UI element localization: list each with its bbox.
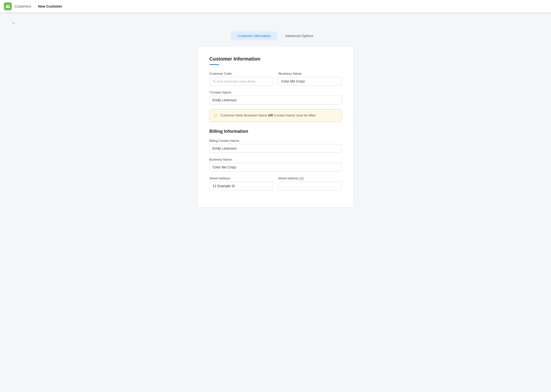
street-address-label: Street Address: [209,176,273,180]
customer-code-label: Customer Code: [209,72,273,75]
business-name-input[interactable] [278,77,342,86]
breadcrumb-separator: › [34,4,35,8]
alert-box: ⓘ Customer fields Business Name OR Conta… [209,109,342,122]
tab-row: Customer Information Advanced Options [10,31,541,40]
street-address2-group: Street Address (2): [278,176,342,190]
billing-contact-name-label: Billing Contact Name: [209,139,342,143]
contact-name-row: *Contact Name: [209,91,342,104]
billing-contact-name-group: Billing Contact Name: [209,139,342,153]
business-name-group: *Business Name: [278,72,342,86]
customer-code-business-name-row: Customer Code: *Business Name: [209,72,342,86]
business-name-label: *Business Name: [278,72,342,75]
form-card: Customer Information Customer Code: *Bus… [198,46,354,207]
billing-section-title: Billing Information [209,129,342,134]
svg-point-0 [6,5,8,6]
street-address-row: Street Address: Street Address (2): [209,176,342,190]
street-address-group: Street Address: [209,176,273,190]
customer-code-group: Customer Code: [209,72,273,86]
billing-business-name-group: Business Name: [209,158,342,172]
main-content: ← Customer Information Advanced Options … [0,14,551,392]
breadcrumb-customers-link[interactable]: Customers [15,4,31,8]
section-underline [209,64,219,65]
alert-text: Customer fields Business Name OR Contact… [220,113,316,118]
billing-contact-name-row: Billing Contact Name: [209,139,342,153]
billing-business-name-row: Business Name: [209,158,342,172]
customers-icon [6,4,10,9]
customer-code-input[interactable] [209,77,273,86]
svg-point-1 [8,5,10,6]
form-section-title: Customer Information [209,56,342,62]
street-address2-input[interactable] [278,182,342,190]
topbar: Customers › New Customer [0,0,551,13]
app-icon [4,2,12,10]
back-button[interactable]: ← [10,20,18,27]
tab-advanced-options[interactable]: Advanced Options [279,31,320,40]
alert-icon: ⓘ [214,113,218,118]
billing-business-name-label: Business Name: [209,158,342,161]
contact-name-group: *Contact Name: [209,91,342,104]
page-title: New Customer [38,4,62,8]
contact-name-input[interactable] [209,96,342,104]
billing-contact-name-input[interactable] [209,144,342,153]
billing-business-name-input[interactable] [209,163,342,172]
tab-customer-information[interactable]: Customer Information [231,31,278,40]
street-address-input[interactable] [209,182,273,190]
street-address2-label: Street Address (2): [278,176,342,180]
contact-name-label: *Contact Name: [209,91,342,94]
